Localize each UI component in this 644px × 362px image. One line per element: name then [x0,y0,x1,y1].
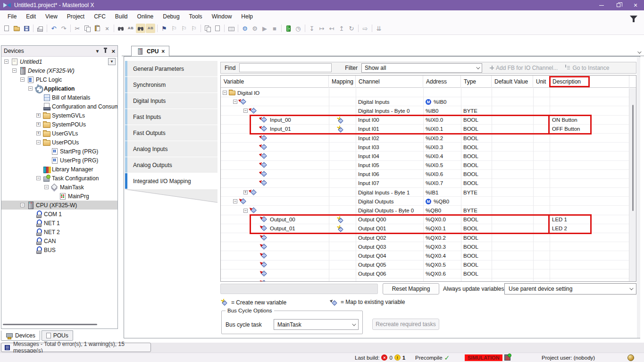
menu-view[interactable]: View [41,11,62,22]
generate-code-icon[interactable]: ⚙ [250,24,259,33]
redo-icon[interactable]: ↷ [59,24,68,33]
menu-help[interactable]: Help [236,11,258,22]
table-row-output-q04[interactable]: Output Q04%QX0.4BOOL [221,251,629,260]
tree-item-userpous[interactable]: −UserPOUs [1,138,117,147]
nav-item-digital-inputs[interactable]: Digital Inputs [125,93,217,109]
column-header-type[interactable]: Type [461,76,492,88]
export-icon[interactable] [213,24,222,33]
recreate-tasks-button[interactable]: Recreate required tasks [372,319,439,330]
expand-toggle-icon[interactable]: − [4,59,8,64]
replace-in-files-icon[interactable]: AB [146,24,155,33]
tree-item-userprg-prg[interactable]: UserPrg (PRG) [1,156,117,165]
login-icon[interactable] [284,24,293,33]
runtime-clock-icon[interactable]: ◷ [293,24,303,33]
restore-button[interactable] [610,0,627,10]
panel-menu-icon[interactable]: ▼ [95,49,100,54]
reset-icon[interactable]: ↻ [347,24,356,33]
menu-tools[interactable]: Tools [184,11,207,22]
table-row-output-q00[interactable]: Output_00Output Q00%QX0.0BOOLLED 1 [221,215,629,224]
cut-icon[interactable]: ✂ [73,24,82,33]
menu-cfc[interactable]: CFC [89,11,110,22]
go-to-icon[interactable]: ⇨ [360,24,370,33]
expand-toggle-icon[interactable]: + [243,190,248,194]
tree-item-application[interactable]: −Application [1,84,117,93]
expand-toggle-icon[interactable]: − [36,140,41,144]
table-row-digital-outputs-byte-0[interactable]: −Digital Outputs - Byte 0%QB0BYTE [221,206,629,215]
find-in-files-icon[interactable] [136,24,145,33]
column-header-channel[interactable]: Channel [356,76,423,88]
column-header-description[interactable]: Description [550,76,629,88]
table-vscrollbar[interactable] [629,88,636,281]
tree-item-maintask[interactable]: −MainTask [1,183,117,192]
expand-toggle-icon[interactable]: − [12,68,17,73]
tree-item-systemgvls[interactable]: +SystemGVLs [1,111,117,120]
tree-item-cpu-xf325-w[interactable]: −CPU (XF325-W) [1,201,117,210]
expand-toggle-icon[interactable]: − [243,209,248,213]
step-out-icon[interactable]: ↤ [327,24,336,33]
filter-select[interactable]: Show all [361,63,482,73]
table-row-output-q03[interactable]: Output Q03%QX0.3BOOL [221,242,629,251]
panel-close-icon[interactable]: × [111,48,115,55]
delete-icon[interactable]: × [102,24,112,33]
find-icon[interactable] [116,24,125,33]
expand-toggle-icon[interactable]: − [20,203,25,207]
pin-icon[interactable] [105,49,106,53]
expand-toggle-icon[interactable]: − [20,77,25,82]
menu-debug[interactable]: Debug [158,11,184,22]
nav-item-synchronism[interactable]: Synchronism [125,77,217,93]
filter-funnel-icon[interactable] [630,16,637,20]
tree-item-bus[interactable]: BUS [1,245,117,254]
devices-hscrollbar[interactable] [3,324,97,325]
table-row-input-i05[interactable]: Input I05%IX0.5BOOL [221,161,629,170]
close-button[interactable]: × [627,0,644,10]
open-icon[interactable] [12,24,21,33]
step-into-icon[interactable]: ↦ [317,24,326,33]
table-row-output-q05[interactable]: Output Q05%QX0.5BOOL [221,261,629,269]
reset-mapping-button[interactable]: Reset Mapping [383,283,439,295]
nav-item-fast-outputs[interactable]: Fast Outputs [125,125,217,141]
next-bookmark-icon[interactable]: ⚐ [179,24,189,33]
expand-toggle-icon[interactable]: − [36,176,41,180]
add-fb-button[interactable]: Add FB for IO Channel... [490,65,558,71]
tree-item-mainprg[interactable]: MainPrg [1,192,117,201]
table-row-digital-inputs[interactable]: −Digital InputsM%IB0 [221,97,629,106]
menu-project[interactable]: Project [62,11,89,22]
clear-bookmarks-icon[interactable]: ⚐ [189,24,199,33]
expand-toggle-icon[interactable]: − [233,100,237,104]
nav-item-analog-outputs[interactable]: Analog Outputs [125,157,217,173]
table-row-digital-inputs-byte-0[interactable]: −Digital Inputs - Byte 0%IB0BYTE [221,106,629,115]
print-icon[interactable] [35,24,45,33]
tree-item-net-2[interactable]: NET 2 [1,227,117,236]
tab-pous[interactable]: POUs [42,330,73,341]
tree-item-can[interactable]: CAN [1,236,117,245]
stop-icon[interactable]: ■ [270,24,279,33]
table-row-input-i04[interactable]: Input I04%IX0.4BOOL [221,152,629,160]
table-row-digital-outputs[interactable]: −Digital OutputsM%QB0 [221,197,629,206]
expand-toggle-icon[interactable]: − [28,86,33,91]
menu-window[interactable]: Window [207,11,237,22]
tree-item-startprg-prg[interactable]: StartPrg (PRG) [1,147,117,156]
tree-item-net-1[interactable]: NET 1 [1,219,117,227]
copy-special-icon[interactable] [203,24,212,33]
bookmark-icon[interactable]: ⚑ [159,24,169,33]
tab-cpu[interactable]: CPU × [131,46,169,56]
tree-item-library-manager[interactable]: Library Manager [1,165,117,174]
save-icon[interactable] [22,24,31,33]
column-header-mapping[interactable]: Mapping [329,76,356,88]
tab-close-icon[interactable]: × [161,48,165,55]
update-mode-select[interactable]: Use parent device setting [504,283,636,295]
find-input[interactable] [239,63,332,72]
tree-item-com-1[interactable]: COM 1 [1,210,117,219]
tree-item-configuration-and-consum[interactable]: Configuration and Consum [1,102,117,111]
column-header-unit[interactable]: Unit [533,76,550,88]
editor-vscrollbar[interactable] [637,57,640,338]
table-row-input-i02[interactable]: Input I02%IX0.2BOOL [221,134,629,143]
column-header-variable[interactable]: Variable [221,76,329,88]
bus-cycle-task-select[interactable]: MainTask [274,319,359,330]
table-row-output-q06[interactable]: Output Q06%QX0.6BOOL [221,269,629,278]
undo-icon[interactable]: ↶ [49,24,59,33]
table-row-digital-inputs-byte-1[interactable]: +Digital Inputs - Byte 1%IB1BYTE [221,188,629,197]
tree-item-bill-of-materials[interactable]: Bill of Materials [1,93,117,102]
table-row-input-i06[interactable]: Input I06%IX0.6BOOL [221,170,629,179]
start-icon[interactable]: ▶ [260,24,269,33]
